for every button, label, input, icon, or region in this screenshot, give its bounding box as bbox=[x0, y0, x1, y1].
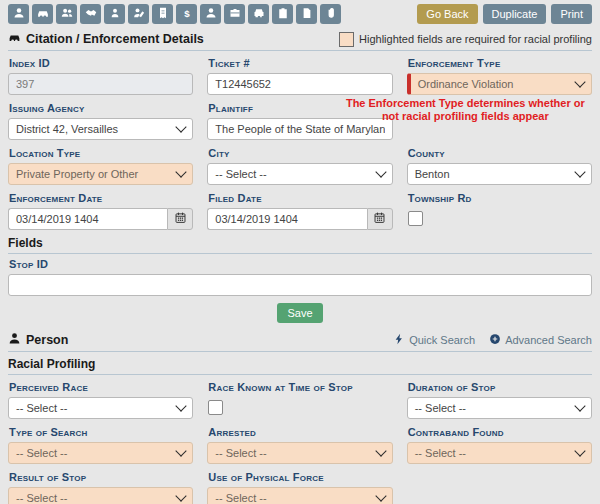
county-select[interactable]: Benton bbox=[407, 163, 592, 185]
chevron-down-icon bbox=[176, 400, 187, 411]
stop-id-input[interactable] bbox=[8, 274, 592, 296]
advanced-search-link[interactable]: Advanced Search bbox=[489, 333, 592, 347]
filed-date-calendar-button[interactable] bbox=[367, 208, 393, 230]
page-title: Citation / Enforcement Details bbox=[26, 32, 204, 46]
save-button[interactable]: Save bbox=[277, 303, 322, 323]
toolbar-car-front-button[interactable] bbox=[248, 4, 269, 24]
enforcement-date-calendar-button[interactable] bbox=[167, 208, 193, 230]
use-of-physical-force-value: -- Select -- bbox=[215, 492, 266, 504]
duration-of-stop-select[interactable]: -- Select -- bbox=[407, 397, 592, 419]
racial-profiling-title: Racial Profiling bbox=[8, 357, 592, 371]
field-enforcement-type: Enforcement Type Ordinance Violation bbox=[407, 56, 592, 95]
toolbar-clipboard-button[interactable] bbox=[272, 4, 293, 24]
chevron-down-icon bbox=[176, 445, 187, 456]
perceived-race-select[interactable]: -- Select -- bbox=[8, 397, 193, 419]
highlight-legend: Highlighted fields are required for raci… bbox=[339, 32, 592, 47]
field-filed-date: Filed Date bbox=[207, 191, 392, 230]
field-township-rd: Township Rd bbox=[407, 191, 592, 230]
use-of-physical-force-select[interactable]: -- Select -- bbox=[207, 487, 392, 504]
document-icon bbox=[301, 7, 313, 22]
chevron-down-icon bbox=[574, 445, 585, 456]
fields-section-title: Fields bbox=[8, 236, 592, 250]
toolbar-paperclip-button[interactable] bbox=[320, 4, 341, 24]
quick-search-label: Quick Search bbox=[409, 334, 475, 346]
person-title-text: Person bbox=[26, 333, 68, 347]
field-index-id: Index ID bbox=[8, 56, 193, 95]
issuing-agency-select[interactable]: District 42, Versailles bbox=[8, 118, 193, 140]
field-duration-of-stop: Duration of Stop -- Select -- bbox=[407, 380, 592, 419]
person-icon bbox=[8, 332, 21, 348]
issuing-agency-label: Issuing Agency bbox=[9, 103, 193, 114]
calendar-icon bbox=[373, 211, 386, 227]
field-race-known: Race Known at Time of Stop bbox=[207, 380, 392, 419]
contraband-found-label: Contraband Found bbox=[408, 427, 592, 438]
index-id-label: Index ID bbox=[9, 58, 193, 69]
car-icon bbox=[37, 7, 49, 22]
arrested-select[interactable]: -- Select -- bbox=[207, 442, 392, 464]
township-rd-checkbox[interactable] bbox=[408, 211, 423, 226]
race-known-checkbox[interactable] bbox=[208, 400, 223, 415]
field-result-of-stop: Result of Stop -- Select -- bbox=[8, 470, 193, 504]
chevron-down-icon bbox=[176, 490, 187, 501]
index-id-input bbox=[8, 73, 193, 95]
toolbar-handshake-button[interactable] bbox=[80, 4, 101, 24]
perceived-race-value: -- Select -- bbox=[16, 402, 67, 414]
chevron-down-icon bbox=[574, 166, 585, 177]
field-issuing-agency: Issuing Agency District 42, Versailles bbox=[8, 101, 193, 140]
duplicate-button[interactable]: Duplicate bbox=[483, 4, 547, 24]
field-arrested: Arrested -- Select -- bbox=[207, 425, 392, 464]
field-county: County Benton bbox=[407, 146, 592, 185]
type-of-search-select[interactable]: -- Select -- bbox=[8, 442, 193, 464]
enforcement-date-label: Enforcement Date bbox=[9, 193, 193, 204]
police-car-icon bbox=[8, 31, 21, 47]
toolbar-receipt-button[interactable] bbox=[152, 4, 173, 24]
calendar-icon bbox=[174, 211, 187, 227]
field-ticket: Ticket # bbox=[207, 56, 392, 95]
ticket-input[interactable] bbox=[207, 73, 392, 95]
enforcement-type-label: Enforcement Type bbox=[408, 58, 592, 69]
contraband-found-select[interactable]: -- Select -- bbox=[407, 442, 592, 464]
toolbar-user-edit-button[interactable] bbox=[128, 4, 149, 24]
location-type-select[interactable]: Private Property or Other bbox=[8, 163, 193, 185]
paperclip-icon bbox=[325, 7, 337, 22]
print-button[interactable]: Print bbox=[551, 4, 592, 24]
chevron-down-icon bbox=[375, 166, 386, 177]
toolbar-contact-button[interactable] bbox=[104, 4, 125, 24]
field-perceived-race: Perceived Race -- Select -- bbox=[8, 380, 193, 419]
contact-icon bbox=[109, 7, 121, 22]
toolbar-dollar-button[interactable]: $ bbox=[176, 4, 197, 24]
go-back-button[interactable]: Go Back bbox=[417, 4, 477, 24]
field-type-of-search: Type of Search -- Select -- bbox=[8, 425, 193, 464]
chevron-down-icon bbox=[176, 166, 187, 177]
advanced-search-label: Advanced Search bbox=[505, 334, 592, 346]
quick-search-link[interactable]: Quick Search bbox=[393, 333, 475, 347]
toolbar-user-button[interactable] bbox=[8, 4, 29, 24]
clipboard-icon bbox=[277, 7, 289, 22]
duration-of-stop-value: -- Select -- bbox=[415, 402, 466, 414]
result-of-stop-select[interactable]: -- Select -- bbox=[8, 487, 193, 504]
chevron-down-icon bbox=[375, 445, 386, 456]
race-known-label: Race Known at Time of Stop bbox=[208, 382, 392, 393]
field-contraband-found: Contraband Found -- Select -- bbox=[407, 425, 592, 464]
filed-date-input[interactable] bbox=[207, 208, 366, 230]
enforcement-type-note: The Enforcement Type determines whether … bbox=[339, 97, 592, 140]
city-select[interactable]: -- Select -- bbox=[207, 163, 392, 185]
arrested-label: Arrested bbox=[208, 427, 392, 438]
section-divider bbox=[8, 253, 592, 254]
ticket-label: Ticket # bbox=[208, 58, 392, 69]
toolbar-users-button[interactable] bbox=[56, 4, 77, 24]
enforcement-type-select[interactable]: Ordinance Violation bbox=[407, 73, 592, 95]
legend-text: Highlighted fields are required for raci… bbox=[359, 33, 592, 45]
lightning-bolt-icon bbox=[393, 333, 405, 347]
arrested-value: -- Select -- bbox=[215, 447, 266, 459]
toolbar-document-button[interactable] bbox=[296, 4, 317, 24]
field-city: City -- Select -- bbox=[207, 146, 392, 185]
filed-date-label: Filed Date bbox=[208, 193, 392, 204]
toolbar-briefcase-button[interactable] bbox=[224, 4, 245, 24]
toolbar-person-button[interactable] bbox=[200, 4, 221, 24]
person-icon bbox=[205, 7, 217, 22]
contraband-found-value: -- Select -- bbox=[415, 447, 466, 459]
toolbar-car-button[interactable] bbox=[32, 4, 53, 24]
enforcement-date-input[interactable] bbox=[8, 208, 167, 230]
car-front-icon bbox=[253, 7, 265, 22]
